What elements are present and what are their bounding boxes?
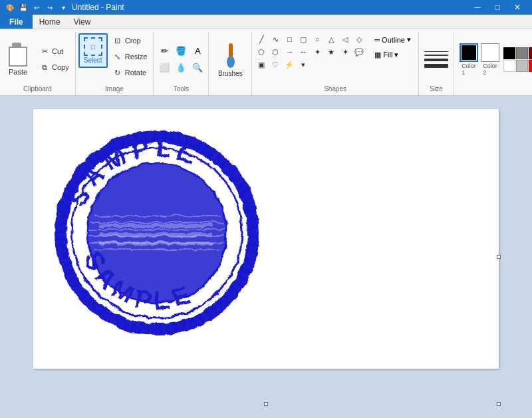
palette-color[interactable] xyxy=(529,47,532,59)
palette-color[interactable] xyxy=(516,47,528,59)
shape-callout[interactable]: ▣ xyxy=(255,59,268,71)
cut-button[interactable]: ✂ Cut xyxy=(36,44,72,59)
shape-arrow[interactable]: → xyxy=(283,46,296,58)
pencil-tool[interactable]: ✏ xyxy=(156,43,172,59)
color-palette xyxy=(503,47,532,72)
image-group: ⬚ Select ⊡ Crop ⤡ Resize ↻ Rotate Image xyxy=(76,32,154,95)
app-icon: 🎨 xyxy=(5,3,15,12)
text-tool[interactable]: A xyxy=(190,43,205,59)
menu-home[interactable]: Home xyxy=(33,15,67,29)
undo-quick-icon[interactable]: ↩ xyxy=(32,3,41,12)
ribbon: Paste ✂ Cut ⧉ Copy Clipboard ⬚ Select xyxy=(0,29,532,96)
crop-label: Crop xyxy=(125,37,141,45)
colors-content: Color1 Color2 xyxy=(457,33,532,85)
resize-handle-right[interactable] xyxy=(497,255,501,259)
palette-color[interactable] xyxy=(516,60,528,72)
brushes-group: Brushes x xyxy=(209,32,252,95)
size-line-4[interactable] xyxy=(424,64,448,68)
maximize-button[interactable]: □ xyxy=(488,0,507,15)
clipboard-content: Paste ✂ Cut ⧉ Copy xyxy=(3,33,72,85)
fill-tool[interactable]: 🪣 xyxy=(173,43,189,59)
shape-dblarrow[interactable]: ↔ xyxy=(297,46,310,58)
shape-rtriangle[interactable]: ◁ xyxy=(338,33,352,45)
menu-file[interactable]: File xyxy=(0,15,33,29)
outline-button[interactable]: ═ Outline ▾ xyxy=(370,33,416,46)
copy-button[interactable]: ⧉ Copy xyxy=(36,60,72,75)
copy-label: Copy xyxy=(52,63,69,71)
rotate-label: Rotate xyxy=(125,69,146,77)
shape-line[interactable]: ╱ xyxy=(255,33,268,45)
size-line-3[interactable] xyxy=(424,59,448,61)
paste-label: Paste xyxy=(9,68,27,76)
shape-heart[interactable]: ♡ xyxy=(269,59,282,71)
clipboard-group: Paste ✂ Cut ⧉ Copy Clipboard xyxy=(0,32,76,95)
shape-more[interactable]: ▾ xyxy=(297,59,310,71)
paste-button[interactable]: Paste xyxy=(3,39,33,79)
svg-rect-17 xyxy=(98,232,211,236)
outline-icon: ═ xyxy=(374,36,380,44)
color2-label: Color2 xyxy=(483,63,497,76)
image-small-buttons: ⊡ Crop ⤡ Resize ↻ Rotate xyxy=(109,33,151,80)
resize-icon: ⤡ xyxy=(112,51,123,62)
canvas-wrapper: SAMPLE SAMPLE xyxy=(33,109,499,404)
color1-box[interactable] xyxy=(460,43,478,62)
brushes-button[interactable]: Brushes xyxy=(211,39,249,80)
svg-rect-18 xyxy=(98,241,211,244)
shape-pentagon[interactable]: ⬠ xyxy=(255,46,268,58)
shape-curve[interactable]: ∿ xyxy=(269,33,282,45)
shapes-label: Shapes xyxy=(324,85,346,94)
rotate-button[interactable]: ↻ Rotate xyxy=(109,65,151,80)
brushes-icon xyxy=(217,42,243,69)
color2-sample: Color2 xyxy=(481,43,499,76)
outline-fill-buttons: ═ Outline ▾ ▦ Fill ▾ xyxy=(370,33,416,61)
color-samples: Color1 Color2 xyxy=(460,43,499,76)
tools-label: Tools xyxy=(174,85,189,94)
shape-lightning[interactable]: ⚡ xyxy=(283,59,296,71)
crop-icon: ⊡ xyxy=(112,35,123,46)
magnifier-tool[interactable]: 🔍 xyxy=(190,60,205,76)
fill-button[interactable]: ▦ Fill ▾ xyxy=(370,49,416,61)
canvas-area: SAMPLE SAMPLE xyxy=(0,96,532,417)
palette-color[interactable] xyxy=(529,60,532,72)
crop-button[interactable]: ⊡ Crop xyxy=(109,33,151,48)
resize-handle-corner[interactable] xyxy=(497,402,501,406)
shape-roundrect[interactable]: ▢ xyxy=(297,33,310,45)
select-button[interactable]: ⬚ Select xyxy=(78,33,108,68)
shape-rect[interactable]: □ xyxy=(283,33,296,45)
image-content: ⬚ Select ⊡ Crop ⤡ Resize ↻ Rotate xyxy=(78,33,151,85)
close-button[interactable]: ✕ xyxy=(508,0,527,15)
outline-dropdown[interactable]: ▾ xyxy=(407,35,411,44)
shape-star4[interactable]: ✦ xyxy=(311,46,324,58)
paint-canvas[interactable]: SAMPLE SAMPLE xyxy=(33,109,499,369)
color2-box[interactable] xyxy=(481,43,499,62)
menu-view[interactable]: View xyxy=(67,15,98,29)
size-line-2[interactable] xyxy=(424,55,448,56)
shapes-group: ╱ ∿ □ ▢ ○ △ ◁ ◇ ⬠ ⬡ → ↔ ✦ ★ ✶ 💬 ▣ ♡ ⚡ ▾ xyxy=(252,32,419,95)
stamp-container: SAMPLE SAMPLE xyxy=(53,129,259,335)
size-group: Size xyxy=(419,32,454,95)
size-line-1[interactable] xyxy=(424,51,448,52)
eraser-tool[interactable]: ⬜ xyxy=(156,60,172,76)
shape-hexagon[interactable]: ⬡ xyxy=(269,46,282,58)
shape-star6[interactable]: ✶ xyxy=(338,46,352,58)
tools-content: ✏ 🪣 A ⬜ 💧 🔍 xyxy=(156,33,205,85)
redo-quick-icon[interactable]: ↪ xyxy=(45,3,55,12)
shape-triangle[interactable]: △ xyxy=(325,33,338,45)
shape-diamond[interactable]: ◇ xyxy=(352,33,366,45)
palette-color[interactable] xyxy=(503,47,515,59)
shape-star5[interactable]: ★ xyxy=(325,46,338,58)
resize-label: Resize xyxy=(125,53,148,61)
minimize-button[interactable]: ─ xyxy=(468,0,487,15)
resize-button[interactable]: ⤡ Resize xyxy=(109,49,151,64)
resize-handle-bottom[interactable] xyxy=(264,402,268,406)
svg-point-1 xyxy=(227,56,235,68)
window-controls: ─ □ ✕ xyxy=(468,0,527,15)
palette-color[interactable] xyxy=(503,60,515,72)
title-bar-left: 🎨 💾 ↩ ↪ ▾ Untitled - Paint xyxy=(5,3,124,12)
color-pick-tool[interactable]: 💧 xyxy=(173,60,189,76)
shapes-grid: ╱ ∿ □ ▢ ○ △ ◁ ◇ ⬠ ⬡ → ↔ ✦ ★ ✶ 💬 ▣ ♡ ⚡ ▾ xyxy=(255,33,366,83)
shape-bubble[interactable]: 💬 xyxy=(352,46,366,58)
shape-ellipse[interactable]: ○ xyxy=(311,33,324,45)
quick-access-dropdown[interactable]: ▾ xyxy=(59,3,68,12)
save-quick-icon[interactable]: 💾 xyxy=(19,3,28,12)
